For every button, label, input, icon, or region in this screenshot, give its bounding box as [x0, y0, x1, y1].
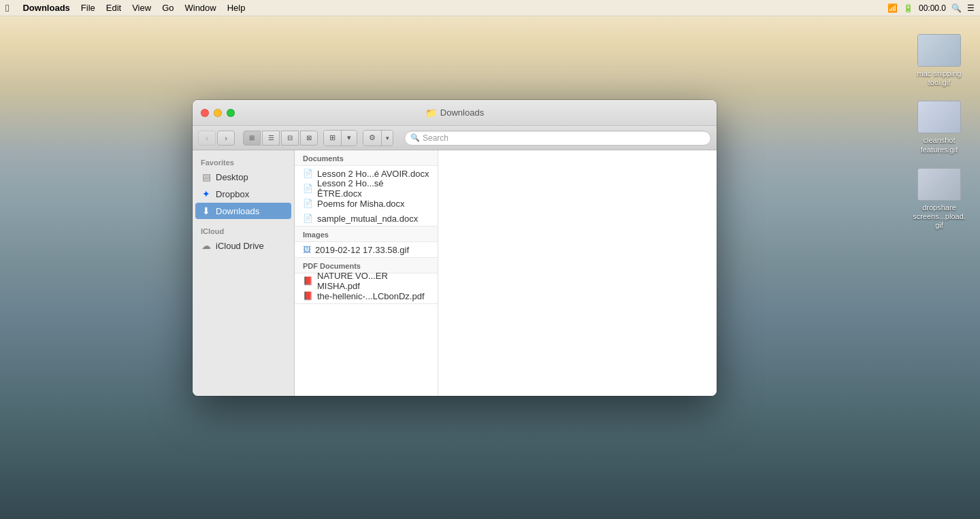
menubar-window[interactable]: Window — [184, 3, 216, 13]
action-dropdown-button[interactable]: ▾ — [382, 131, 393, 146]
nav-buttons: ‹ › — [198, 131, 235, 146]
desktop-icon-label-1: cleanshot features.gif — [912, 136, 966, 154]
window-title-text: Downloads — [440, 107, 484, 118]
sidebar-item-icloud-drive[interactable]: ☁ iCloud Drive — [195, 237, 291, 254]
sidebar-item-icloud-label: iCloud Drive — [216, 241, 264, 251]
list-view-button[interactable]: ☰ — [262, 131, 280, 146]
minimize-button[interactable] — [214, 109, 222, 117]
desktop-icon-label-0: mac snipping tool.gif — [912, 69, 966, 87]
search-menubar-icon[interactable]: 🔍 — [951, 3, 962, 13]
file-name: the-hellenic-...LCbonDz.pdf — [317, 291, 425, 301]
group-dropdown-button[interactable]: ▾ — [342, 131, 357, 146]
finder-window: 📁 Downloads ‹ › ⊞ ☰ ⊟ ⊠ ⊞ ▾ ⚙ ▾ 🔍 Search — [193, 100, 717, 396]
icloud-icon: ☁ — [201, 240, 212, 251]
column-view-button[interactable]: ⊟ — [281, 131, 299, 146]
file-name: Lesson 2 Ho...é AVOIR.docx — [317, 169, 429, 179]
menubar-right: 📶 🔋 00:00.0 🔍 ☰ — [887, 3, 975, 13]
file-group-pdf: PDF Documents 📕 NATURE VO...ER MISHA.pdf… — [295, 258, 438, 304]
file-name: Poems for Misha.docx — [317, 199, 405, 209]
desktop-icon-label-2: dropshare screens...pload.gif — [912, 203, 966, 231]
desktop-icon-0[interactable]: mac snipping tool.gif — [912, 34, 966, 87]
downloads-icon: ⬇ — [201, 205, 212, 216]
title-bar: 📁 Downloads — [193, 100, 717, 126]
sidebar-item-downloads-label: Downloads — [216, 206, 259, 216]
file-item[interactable]: 🖼 2019-02-12 17.33.58.gif — [295, 242, 438, 257]
menubar-app-name[interactable]: Downloads — [22, 3, 69, 13]
sidebar-item-dropbox[interactable]: ✦ Dropbox — [195, 186, 291, 202]
menubar-go[interactable]: Go — [162, 3, 174, 13]
maximize-button[interactable] — [227, 109, 235, 117]
file-name: sample_mutual_nda.docx — [317, 214, 418, 224]
desktop-icon-thumb-2 — [917, 168, 961, 201]
cover-flow-button[interactable]: ⊠ — [300, 131, 318, 146]
group-button: ⊞ ▾ — [323, 130, 357, 146]
dropbox-icon: ✦ — [201, 188, 212, 199]
sidebar-item-desktop[interactable]: ▤ Desktop — [195, 169, 291, 185]
clock-display: 00:00.0 — [919, 3, 946, 13]
desktop-icon-thumb-0 — [917, 34, 961, 67]
sidebar-item-downloads[interactable]: ⬇ Downloads — [195, 203, 291, 219]
file-item[interactable]: 📄 Lesson 2 Ho...sé ÊTRE.docx — [295, 181, 438, 196]
back-button[interactable]: ‹ — [198, 131, 216, 146]
desktop-icon-1[interactable]: cleanshot features.gif — [912, 101, 966, 154]
icon-view-button[interactable]: ⊞ — [243, 131, 261, 146]
menubar:  Downloads File Edit View Go Window Hel… — [0, 0, 980, 16]
preview-pane — [438, 150, 717, 396]
images-header: Images — [295, 227, 438, 242]
file-item[interactable]: 📄 sample_mutual_nda.docx — [295, 211, 438, 226]
sidebar-item-desktop-label: Desktop — [216, 172, 248, 182]
docx-icon: 📄 — [303, 214, 313, 223]
file-group-images: Images 🖼 2019-02-12 17.33.58.gif — [295, 227, 438, 258]
control-center-icon[interactable]: ☰ — [967, 3, 975, 13]
desktop-icon-2[interactable]: dropshare screens...pload.gif — [912, 168, 966, 231]
search-icon: 🔍 — [410, 133, 420, 142]
menubar-help[interactable]: Help — [227, 3, 246, 13]
traffic-lights — [201, 109, 235, 117]
desktop-icons: mac snipping tool.gif cleanshot features… — [912, 34, 966, 230]
search-placeholder: Search — [423, 133, 448, 143]
documents-header: Documents — [295, 150, 438, 166]
menubar-left:  Downloads File Edit View Go Window Hel… — [5, 2, 245, 14]
wifi-icon: 📶 — [887, 3, 898, 13]
file-group-documents: Documents 📄 Lesson 2 Ho...é AVOIR.docx 📄… — [295, 150, 438, 227]
view-buttons: ⊞ ☰ ⊟ ⊠ — [243, 131, 318, 146]
desktop-icon-sidebar: ▤ — [201, 171, 212, 182]
action-main-button[interactable]: ⚙ — [363, 131, 382, 146]
sidebar-item-dropbox-label: Dropbox — [216, 189, 249, 199]
group-by-button[interactable]: ⊞ — [324, 131, 342, 146]
content-area: Favorites ▤ Desktop ✦ Dropbox ⬇ Download… — [193, 150, 717, 396]
file-item[interactable]: 📕 the-hellenic-...LCbonDz.pdf — [295, 288, 438, 303]
menubar-view[interactable]: View — [132, 3, 151, 13]
toolbar: ‹ › ⊞ ☰ ⊟ ⊠ ⊞ ▾ ⚙ ▾ 🔍 Search — [193, 126, 717, 150]
pdf-icon: 📕 — [303, 276, 313, 286]
action-button: ⚙ ▾ — [363, 130, 393, 146]
menubar-file[interactable]: File — [81, 3, 95, 13]
desktop-icon-thumb-1 — [917, 101, 961, 133]
window-title: 📁 Downloads — [425, 107, 484, 118]
icloud-section-label: iCloud — [193, 224, 294, 237]
docx-icon: 📄 — [303, 184, 313, 193]
forward-button[interactable]: › — [217, 131, 235, 146]
file-item[interactable]: 📕 NATURE VO...ER MISHA.pdf — [295, 273, 438, 288]
battery-icon: 🔋 — [903, 3, 913, 13]
sidebar: Favorites ▤ Desktop ✦ Dropbox ⬇ Download… — [193, 150, 295, 396]
docx-icon: 📄 — [303, 199, 313, 208]
docx-icon: 📄 — [303, 169, 313, 178]
search-bar[interactable]: 🔍 Search — [404, 131, 711, 146]
close-button[interactable] — [201, 109, 209, 117]
gif-icon: 🖼 — [303, 245, 311, 254]
file-area: Documents 📄 Lesson 2 Ho...é AVOIR.docx 📄… — [295, 150, 438, 396]
file-name: NATURE VO...ER MISHA.pdf — [317, 271, 429, 291]
pdf-icon: 📕 — [303, 291, 313, 301]
favorites-section-label: Favorites — [193, 156, 294, 168]
file-name: Lesson 2 Ho...sé ÊTRE.docx — [317, 178, 429, 199]
file-name: 2019-02-12 17.33.58.gif — [315, 245, 409, 255]
menubar-edit[interactable]: Edit — [106, 3, 121, 13]
folder-icon: 📁 — [425, 107, 437, 118]
apple-menu-icon[interactable]:  — [5, 2, 9, 14]
